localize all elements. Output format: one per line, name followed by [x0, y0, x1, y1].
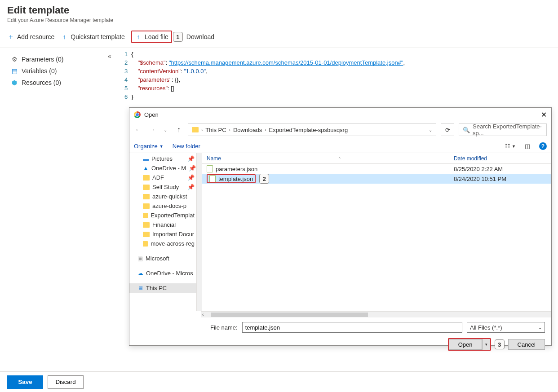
- dialog-filename-row: File name: All Files (*.*)⌄: [129, 317, 551, 337]
- tree-scrollbar[interactable]: [197, 153, 202, 311]
- breadcrumb-item[interactable]: Downloads: [233, 127, 262, 133]
- close-icon[interactable]: ✕: [541, 110, 547, 119]
- sort-indicator: ⌃: [338, 157, 341, 161]
- sidebar-item-parameters[interactable]: ⚙ Parameters (0): [11, 53, 112, 65]
- toolbar: ＋ Add resource ↑ Quickstart template ↑ L…: [0, 26, 558, 48]
- quickstart-label: Quickstart template: [71, 33, 125, 40]
- folder-icon: [192, 127, 199, 132]
- open-file-dialog: Open ✕ ← → ⌄ ↑ › This PC › Downloads › E…: [129, 107, 552, 346]
- tree-item[interactable]: move-across-reg: [129, 239, 196, 248]
- tree-item[interactable]: ▲OneDrive - M📌: [129, 163, 196, 173]
- breadcrumb[interactable]: › This PC › Downloads › ExportedTemplate…: [188, 123, 436, 136]
- refresh-button[interactable]: ⟳: [441, 123, 454, 136]
- file-name: template.json: [218, 176, 253, 182]
- tree-item-this-pc[interactable]: 🖥This PC: [129, 283, 196, 293]
- sidebar-item-variables[interactable]: ▤ Variables (0): [11, 65, 112, 77]
- col-date-header[interactable]: Date modified: [454, 155, 551, 162]
- footer-bar: Save Discard: [0, 371, 558, 392]
- page-subtitle: Edit your Azure Resource Manager templat…: [7, 17, 551, 23]
- upload-icon: ↑: [135, 33, 142, 40]
- parameters-label: Parameters (0): [22, 56, 63, 63]
- callout-2: 2: [259, 174, 269, 184]
- add-resource-label: Add resource: [17, 33, 54, 40]
- file-list: Name⌃ Date modified parameters.json 8/25…: [202, 153, 551, 311]
- tree-item[interactable]: azure-docs-p: [129, 201, 196, 211]
- plus-icon: ＋: [7, 33, 14, 40]
- open-split-button[interactable]: ▾: [482, 339, 490, 350]
- file-row[interactable]: parameters.json 8/25/2020 2:22 AM: [202, 164, 551, 174]
- help-icon[interactable]: ?: [539, 142, 547, 150]
- resources-label: Resources (0): [22, 79, 61, 86]
- breadcrumb-item[interactable]: This PC: [205, 127, 226, 133]
- file-date: 8/24/2020 10:51 PM: [454, 176, 551, 182]
- dialog-titlebar: Open ✕: [129, 108, 551, 122]
- save-button[interactable]: Save: [7, 375, 43, 389]
- view-mode-button[interactable]: ☷ ▼: [505, 143, 516, 150]
- variables-label: Variables (0): [22, 67, 57, 75]
- sidebar-item-resources[interactable]: ⬢ Resources (0): [11, 77, 112, 88]
- chevron-down-icon[interactable]: ⌄: [429, 128, 432, 132]
- sidebar: ⚙ Parameters (0) ▤ Variables (0) ⬢ Resou…: [0, 48, 117, 375]
- tree-item[interactable]: ▬Pictures📌: [129, 154, 196, 163]
- back-button[interactable]: ←: [134, 126, 143, 134]
- callout-1: 1: [173, 32, 183, 42]
- open-button-highlight: Open ▾: [448, 338, 491, 351]
- filename-input[interactable]: [242, 322, 462, 333]
- cube-icon: ⬢: [11, 79, 18, 86]
- breadcrumb-item[interactable]: ExportedTemplate-spsbusqsrg: [269, 127, 348, 133]
- tree-item[interactable]: Important Docur: [129, 229, 196, 239]
- discard-button[interactable]: Discard: [48, 375, 84, 389]
- search-icon: 🔍: [463, 127, 470, 133]
- json-file-icon: [207, 165, 213, 172]
- folder-tree[interactable]: ▬Pictures📌 ▲OneDrive - M📌 ADF📌 Self Stud…: [129, 153, 197, 311]
- horizontal-scrollbar[interactable]: ‹: [201, 311, 551, 317]
- load-file-highlight: ↑ Load file: [131, 31, 172, 43]
- search-input[interactable]: 🔍 Search ExportedTemplate-sp...: [459, 123, 547, 136]
- file-date: 8/25/2020 2:22 AM: [454, 166, 551, 172]
- dialog-nav: ← → ⌄ ↑ › This PC › Downloads › Exported…: [129, 122, 551, 140]
- load-file-label: Load file: [145, 33, 168, 40]
- gear-icon: ⚙: [11, 56, 18, 63]
- page-title: Edit template: [7, 4, 551, 16]
- dialog-toolbar: Organize ▼ New folder ☷ ▼ ◫ ?: [129, 140, 551, 153]
- dialog-title-text: Open: [144, 111, 159, 118]
- open-button[interactable]: Open: [449, 339, 482, 350]
- tree-item[interactable]: ExportedTemplat: [129, 211, 196, 220]
- collapse-sidebar-button[interactable]: «: [108, 53, 111, 60]
- cancel-button[interactable]: Cancel: [508, 339, 545, 350]
- search-placeholder: Search ExportedTemplate-sp...: [473, 123, 543, 137]
- chrome-icon: [134, 111, 141, 118]
- load-file-button[interactable]: ↑ Load file: [135, 33, 168, 40]
- tree-item[interactable]: ▣Microsoft: [129, 254, 196, 263]
- filename-label: File name:: [210, 324, 238, 331]
- dialog-body: ▬Pictures📌 ▲OneDrive - M📌 ADF📌 Self Stud…: [129, 153, 551, 311]
- add-resource-button[interactable]: ＋ Add resource: [7, 33, 54, 40]
- dialog-buttons: Open ▾ 3 Cancel: [129, 337, 551, 355]
- up-button[interactable]: ↑: [174, 126, 183, 134]
- preview-pane-button[interactable]: ◫: [525, 143, 530, 150]
- download-label: Download: [186, 33, 214, 40]
- file-list-header[interactable]: Name⌃ Date modified: [202, 153, 551, 164]
- quickstart-button[interactable]: ↑ Quickstart template: [61, 33, 125, 40]
- organize-button[interactable]: Organize ▼: [134, 143, 164, 150]
- tree-item[interactable]: ADF📌: [129, 173, 196, 182]
- download-button[interactable]: Download: [186, 33, 214, 40]
- callout-3: 3: [495, 339, 505, 349]
- forward-button[interactable]: →: [147, 126, 156, 134]
- list-icon: ☷: [505, 143, 510, 150]
- page-header: Edit template Edit your Azure Resource M…: [0, 0, 558, 26]
- tree-item[interactable]: ☁OneDrive - Micros: [129, 269, 196, 278]
- file-type-filter[interactable]: All Files (*.*)⌄: [467, 322, 545, 333]
- template-file-highlight: template.json: [207, 174, 256, 183]
- refresh-icon: ⟳: [445, 127, 450, 133]
- tree-item[interactable]: Self Study📌: [129, 182, 196, 192]
- pane-icon: ◫: [525, 143, 530, 150]
- upload-icon: ↑: [61, 33, 68, 40]
- col-name-header[interactable]: Name: [207, 155, 221, 162]
- file-row-selected[interactable]: template.json 2 8/24/2020 10:51 PM: [202, 174, 551, 184]
- tree-item[interactable]: azure-quickst: [129, 192, 196, 201]
- tree-item[interactable]: Financial: [129, 220, 196, 229]
- recent-dropdown[interactable]: ⌄: [161, 128, 170, 132]
- new-folder-button[interactable]: New folder: [173, 143, 200, 150]
- json-file-icon: [209, 175, 216, 182]
